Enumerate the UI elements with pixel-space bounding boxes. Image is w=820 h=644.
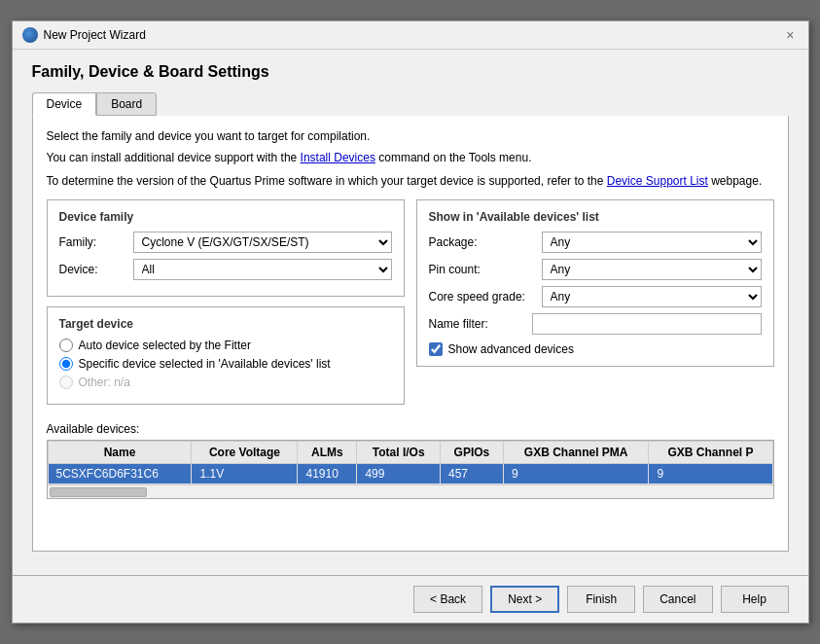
available-devices-section: Available devices: Name Core Voltage ALM…: [47, 422, 774, 499]
col-total-ios: Total I/Os: [357, 442, 441, 464]
radio-other-row: Other: n/a: [59, 376, 392, 389]
tab-content: Select the family and device you want to…: [32, 116, 789, 552]
core-speed-select[interactable]: Any: [542, 286, 762, 307]
name-filter-row: Name filter:: [429, 313, 762, 335]
filter-section-title: Show in 'Available devices' list: [429, 210, 762, 224]
show-advanced-label: Show advanced devices: [448, 342, 574, 356]
table-row[interactable]: 5CSXFC6D6F31C6 1.1V 41910 499 457 9 9: [48, 464, 772, 484]
family-field-row: Family: Cyclone V (E/GX/GT/SX/SE/ST): [59, 232, 392, 253]
radio-auto[interactable]: [59, 339, 73, 352]
device-label: Device:: [59, 263, 127, 276]
dialog: New Project Wizard × Family, Device & Bo…: [12, 20, 809, 624]
finish-button[interactable]: Finish: [567, 586, 635, 613]
tab-bar: Device Board: [32, 92, 789, 116]
radio-specific-row: Specific device selected in 'Available d…: [59, 357, 392, 371]
tab-board[interactable]: Board: [96, 92, 157, 116]
info-line2-suffix: command on the Tools menu.: [375, 151, 532, 164]
cell-gxb-pma: 9: [503, 464, 649, 484]
cell-alms: 41910: [298, 464, 357, 484]
radio-auto-label: Auto device selected by the Fitter: [79, 339, 251, 352]
titlebar: New Project Wizard ×: [13, 21, 808, 50]
col-gxb-p: GXB Channel P: [649, 442, 772, 464]
target-device-section: Target device Auto device selected by th…: [47, 306, 405, 405]
cell-total-ios: 499: [357, 464, 441, 484]
back-button[interactable]: < Back: [413, 586, 482, 613]
pin-count-row: Pin count: Any: [429, 259, 762, 280]
two-column-layout: Device family Family: Cyclone V (E/GX/GT…: [47, 199, 774, 414]
cell-name: 5CSXFC6D6F31C6: [48, 464, 192, 484]
dialog-title: New Project Wizard: [44, 28, 777, 42]
name-filter-label: Name filter:: [429, 317, 526, 331]
core-speed-label: Core speed grade:: [429, 290, 536, 304]
target-device-title: Target device: [59, 317, 392, 331]
cell-gpios: 457: [440, 464, 503, 484]
info-line2: You can install additional device suppor…: [47, 149, 774, 166]
footer: < Back Next > Finish Cancel Help: [13, 576, 808, 623]
install-devices-link[interactable]: Install Devices: [301, 151, 375, 164]
main-content: Family, Device & Board Settings Device B…: [13, 50, 808, 565]
table-body: 5CSXFC6D6F31C6 1.1V 41910 499 457 9 9: [48, 464, 772, 484]
device-family-section: Device family Family: Cyclone V (E/GX/GT…: [47, 199, 405, 297]
target-device-radios: Auto device selected by the Fitter Speci…: [59, 339, 392, 389]
radio-other-label: Other: n/a: [79, 376, 130, 389]
show-advanced-row: Show advanced devices: [429, 342, 762, 356]
cell-core-voltage: 1.1V: [192, 464, 298, 484]
col-gpios: GPIOs: [440, 442, 503, 464]
radio-auto-row: Auto device selected by the Fitter: [59, 339, 392, 352]
family-label: Family:: [59, 235, 127, 249]
available-devices-filter-section: Show in 'Available devices' list Package…: [416, 199, 774, 367]
col-name: Name: [48, 442, 192, 464]
device-field-row: Device: All: [59, 259, 392, 280]
col-alms: ALMs: [298, 442, 357, 464]
info-line2-prefix: You can install additional device suppor…: [47, 151, 301, 164]
available-devices-title: Available devices:: [47, 422, 774, 436]
next-button[interactable]: Next >: [490, 586, 559, 613]
info-line1: Select the family and device you want to…: [47, 127, 774, 145]
device-select[interactable]: All: [133, 259, 392, 280]
pin-count-select[interactable]: Any: [542, 259, 762, 280]
right-panel: Show in 'Available devices' list Package…: [416, 199, 774, 414]
device-table: Name Core Voltage ALMs Total I/Os GPIOs …: [48, 441, 773, 484]
info-line3-prefix: To determine the version of the Quartus …: [47, 174, 607, 188]
package-select[interactable]: Any: [542, 232, 762, 253]
core-speed-row: Core speed grade: Any: [429, 286, 762, 307]
table-header: Name Core Voltage ALMs Total I/Os GPIOs …: [48, 442, 772, 464]
scrollbar-thumb[interactable]: [50, 487, 147, 497]
package-label: Package:: [429, 235, 536, 249]
horizontal-scrollbar[interactable]: [48, 484, 773, 498]
device-family-title: Device family: [59, 210, 392, 224]
app-icon: [22, 27, 38, 43]
package-row: Package: Any: [429, 232, 762, 253]
device-table-wrapper: Name Core Voltage ALMs Total I/Os GPIOs …: [47, 440, 774, 499]
help-button[interactable]: Help: [721, 586, 789, 613]
cancel-button[interactable]: Cancel: [643, 586, 712, 613]
page-title: Family, Device & Board Settings: [32, 63, 789, 81]
name-filter-input[interactable]: [532, 313, 762, 335]
device-support-list-link[interactable]: Device Support List: [607, 174, 708, 188]
left-panel: Device family Family: Cyclone V (E/GX/GT…: [47, 199, 405, 414]
tab-device[interactable]: Device: [32, 92, 97, 116]
family-select[interactable]: Cyclone V (E/GX/GT/SX/SE/ST): [133, 232, 392, 253]
cell-gxb-p: 9: [649, 464, 772, 484]
close-button[interactable]: ×: [782, 28, 798, 42]
radio-specific[interactable]: [59, 357, 73, 371]
show-advanced-checkbox[interactable]: [429, 342, 443, 356]
info-line3-suffix: webpage.: [708, 174, 762, 188]
radio-other[interactable]: [59, 376, 73, 389]
col-core-voltage: Core Voltage: [192, 442, 298, 464]
radio-specific-label: Specific device selected in 'Available d…: [79, 357, 331, 371]
info-line3: To determine the version of the Quartus …: [47, 172, 774, 190]
col-gxb-pma: GXB Channel PMA: [503, 442, 649, 464]
pin-count-label: Pin count:: [429, 263, 536, 276]
